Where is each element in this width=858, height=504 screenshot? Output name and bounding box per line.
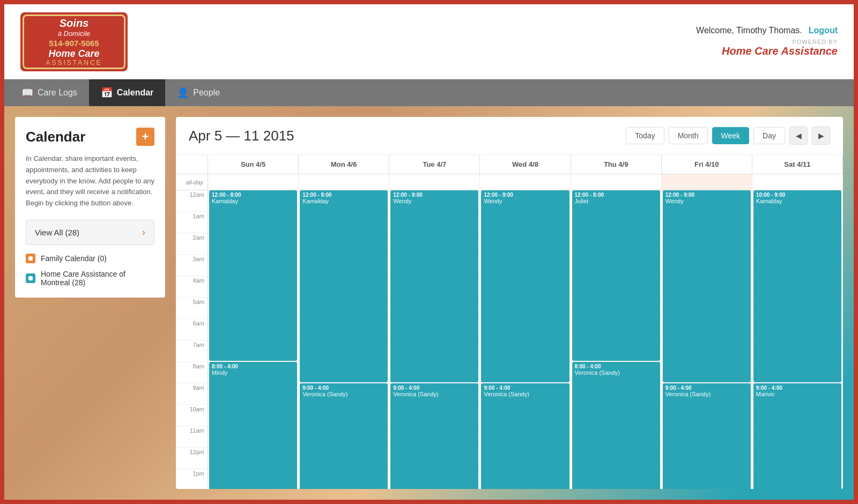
time-label-12am: 12am bbox=[189, 191, 204, 198]
time-column: 12am1am2am3am4am5am6am7am8am9am10am11am1… bbox=[176, 190, 208, 489]
logo-assistance: ASSISTANCE bbox=[46, 59, 102, 66]
logo-a-domicile: à Domicile bbox=[58, 29, 91, 38]
logo: Soins à Domicile 514-907-5065 Home Care … bbox=[20, 12, 128, 71]
day-header-tue: Tue 4/7 bbox=[389, 155, 480, 174]
event-fri-Wendy[interactable]: 12:00 - 9:00Wendy bbox=[663, 190, 751, 382]
time-slot-5am: 5am bbox=[176, 298, 208, 319]
time-slot-3am: 3am bbox=[176, 255, 208, 276]
time-slot-2am: 2am bbox=[176, 233, 208, 255]
calendar-source-family: Family Calendar (0) bbox=[26, 254, 154, 263]
logo-soins: Soins bbox=[60, 17, 88, 29]
event-fri-Veronica-(Sandy)[interactable]: 9:00 - 4:00Veronica (Sandy) bbox=[663, 383, 751, 489]
calendar-controls: Today Month Week Day ◀ ▶ bbox=[626, 127, 830, 145]
time-label-9am: 9am bbox=[193, 384, 204, 391]
day-col-sun: 12:00 - 8:00Kamalday8:00 - 4:00Mindy4:00… bbox=[208, 190, 299, 489]
time-slot-6am: 6am bbox=[176, 319, 208, 340]
all-day-row: all-day bbox=[176, 174, 843, 190]
time-label-11am: 11am bbox=[189, 427, 204, 434]
day-header-wed: Wed 4/8 bbox=[480, 155, 571, 174]
people-icon: 👤 bbox=[177, 87, 189, 99]
time-slot-1pm: 1pm bbox=[176, 469, 208, 489]
hca-calendar-dot-inner bbox=[28, 276, 33, 280]
add-event-button[interactable]: + bbox=[136, 128, 154, 146]
event-tue-Veronica-(Sandy)[interactable]: 9:00 - 4:00Veronica (Sandy) bbox=[390, 383, 478, 489]
content-area: Calendar + In Calendar, share important … bbox=[4, 106, 854, 500]
event-wed-Wendy[interactable]: 12:00 - 9:00Wendy bbox=[481, 190, 569, 382]
day-col-fri: 12:00 - 9:00Wendy9:00 - 4:00Veronica (Sa… bbox=[662, 190, 752, 489]
event-time-label: 9:00 - 4:00 bbox=[393, 385, 476, 391]
event-mon-Veronica-(Sandy)[interactable]: 9:00 - 4:00Veronica (Sandy) bbox=[300, 383, 388, 489]
time-label-1pm: 1pm bbox=[193, 470, 204, 477]
event-thu-Veronica-(Sandy)[interactable]: 8:00 - 4:00Veronica (Sandy) bbox=[572, 362, 660, 489]
day-header-thu: Thu 4/9 bbox=[571, 155, 662, 174]
today-button[interactable]: Today bbox=[626, 127, 664, 144]
time-label-4am: 4am bbox=[193, 277, 204, 284]
event-time-label: 9:00 - 4:00 bbox=[302, 385, 385, 391]
event-tue-Wendy[interactable]: 12:00 - 9:00Wendy bbox=[390, 190, 478, 382]
calendar-header: Apr 5 — 11 2015 Today Month Week Day ◀ ▶ bbox=[176, 117, 843, 155]
event-name-label: Wendy bbox=[393, 198, 476, 204]
family-calendar-dot-inner bbox=[28, 256, 33, 261]
calendar-icon: 📅 bbox=[101, 87, 113, 99]
day-col-wed: 12:00 - 9:00Wendy9:00 - 4:00Veronica (Sa… bbox=[480, 190, 571, 489]
logout-link[interactable]: Logout bbox=[809, 26, 838, 35]
prev-button[interactable]: ◀ bbox=[789, 127, 808, 145]
family-calendar-dot bbox=[26, 254, 35, 263]
time-label-7am: 7am bbox=[193, 342, 204, 348]
time-label-3am: 3am bbox=[193, 256, 204, 262]
event-sat-Kamalday[interactable]: 10:00 - 9:00Kamalday bbox=[753, 190, 841, 382]
time-slot-1am: 1am bbox=[176, 212, 208, 233]
event-time-label: 10:00 - 9:00 bbox=[756, 192, 839, 198]
time-header-spacer bbox=[176, 155, 208, 174]
day-button[interactable]: Day bbox=[753, 127, 785, 144]
calendar-grid[interactable]: Sun 4/5 Mon 4/6 Tue 4/7 Wed 4/8 Thu 4/9 … bbox=[176, 155, 843, 489]
event-time-label: 12:00 - 9:00 bbox=[484, 192, 566, 198]
event-mon-Kamalday[interactable]: 12:00 - 9:00Kamalday bbox=[300, 190, 388, 382]
time-label-6am: 6am bbox=[193, 320, 204, 327]
time-slot-10am: 10am bbox=[176, 405, 208, 426]
event-thu-Juliet[interactable]: 12:00 - 8:00Juliet bbox=[572, 190, 660, 361]
family-calendar-label: Family Calendar (0) bbox=[41, 254, 107, 263]
all-day-sat bbox=[752, 174, 843, 190]
event-time-label: 8:00 - 4:00 bbox=[212, 364, 294, 369]
event-sun-Mindy[interactable]: 8:00 - 4:00Mindy bbox=[209, 362, 297, 489]
nav-item-care-logs[interactable]: 📖 Care Logs bbox=[10, 79, 89, 106]
event-name-label: Veronica (Sandy) bbox=[393, 391, 476, 397]
all-day-fri bbox=[662, 174, 752, 190]
next-button[interactable]: ▶ bbox=[812, 127, 830, 145]
day-header-fri: Fri 4/10 bbox=[662, 155, 752, 174]
hca-calendar-dot bbox=[26, 273, 35, 283]
event-sat-Marivic[interactable]: 9:00 - 4:00Marivic bbox=[753, 383, 841, 489]
day-header-mon: Mon 4/6 bbox=[299, 155, 389, 174]
event-time-label: 12:00 - 8:00 bbox=[212, 192, 294, 198]
day-header-sat: Sat 4/11 bbox=[752, 155, 843, 174]
calendar-source-hca: Home Care Assistance of Montreal (28) bbox=[26, 270, 154, 287]
sidebar-card: Calendar + In Calendar, share important … bbox=[15, 117, 165, 298]
day-headers-row: Sun 4/5 Mon 4/6 Tue 4/7 Wed 4/8 Thu 4/9 … bbox=[176, 155, 843, 174]
time-slot-7am: 7am bbox=[176, 340, 208, 362]
nav-label-care-logs: Care Logs bbox=[38, 88, 77, 98]
sidebar-title: Calendar bbox=[26, 129, 85, 145]
event-name-label: Wendy bbox=[665, 198, 748, 204]
event-name-label: Marivic bbox=[756, 391, 839, 397]
calendar-sources: Family Calendar (0) Home Care Assistance… bbox=[26, 254, 154, 287]
view-all-button[interactable]: View All (28) › bbox=[26, 220, 154, 245]
day-col-tue: 12:00 - 9:00Wendy9:00 - 4:00Veronica (Sa… bbox=[389, 190, 480, 489]
month-button[interactable]: Month bbox=[669, 127, 708, 144]
event-sun-Kamalday[interactable]: 12:00 - 8:00Kamalday bbox=[209, 190, 297, 361]
nav-item-people[interactable]: 👤 People bbox=[165, 79, 232, 106]
calendar-date-range: Apr 5 — 11 2015 bbox=[189, 128, 294, 144]
hca-calendar-label: Home Care Assistance of Montreal (28) bbox=[41, 270, 154, 287]
main-content: Calendar + In Calendar, share important … bbox=[4, 106, 854, 500]
time-slot-4am: 4am bbox=[176, 276, 208, 298]
time-label-5am: 5am bbox=[193, 299, 204, 305]
nav-item-calendar[interactable]: 📅 Calendar bbox=[89, 79, 165, 106]
week-button[interactable]: Week bbox=[712, 127, 750, 144]
all-day-thu bbox=[571, 174, 662, 190]
event-name-label: Veronica (Sandy) bbox=[665, 391, 748, 397]
welcome-message: Welcome, Timothy Thomas. bbox=[696, 26, 802, 35]
day-col-thu: 12:00 - 8:00Juliet8:00 - 4:00Veronica (S… bbox=[571, 190, 662, 489]
app-wrapper: Soins à Domicile 514-907-5065 Home Care … bbox=[4, 4, 854, 500]
event-wed-Veronica-(Sandy)[interactable]: 9:00 - 4:00Veronica (Sandy) bbox=[481, 383, 569, 489]
header: Soins à Domicile 514-907-5065 Home Care … bbox=[4, 4, 854, 79]
